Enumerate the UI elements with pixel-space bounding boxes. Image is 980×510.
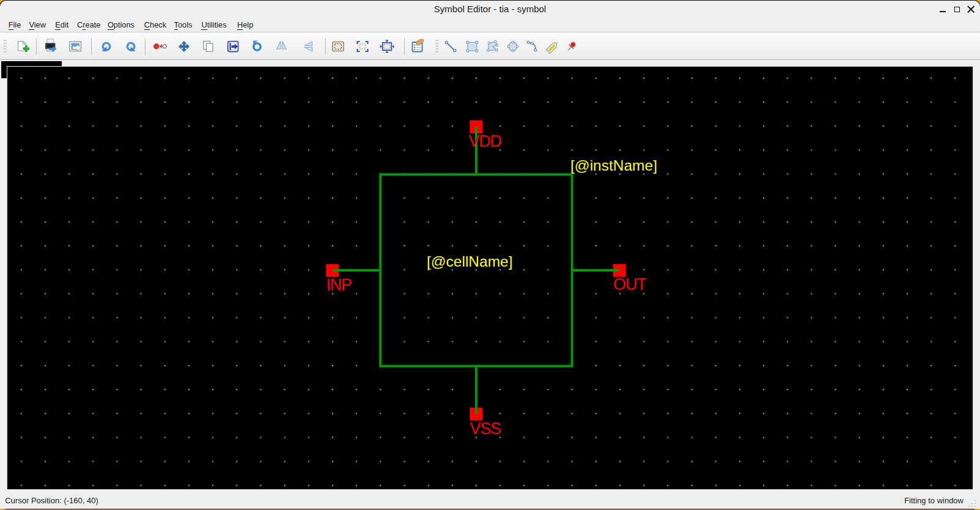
- svg-text:OUT: OUT: [613, 276, 646, 294]
- svg-text:INP: INP: [326, 276, 352, 294]
- svg-text:[@cellName]: [@cellName]: [427, 253, 513, 270]
- svg-text:[@instName]: [@instName]: [570, 157, 657, 174]
- svg-text:VSS: VSS: [470, 419, 501, 438]
- svg-text:VDD: VDD: [468, 132, 501, 150]
